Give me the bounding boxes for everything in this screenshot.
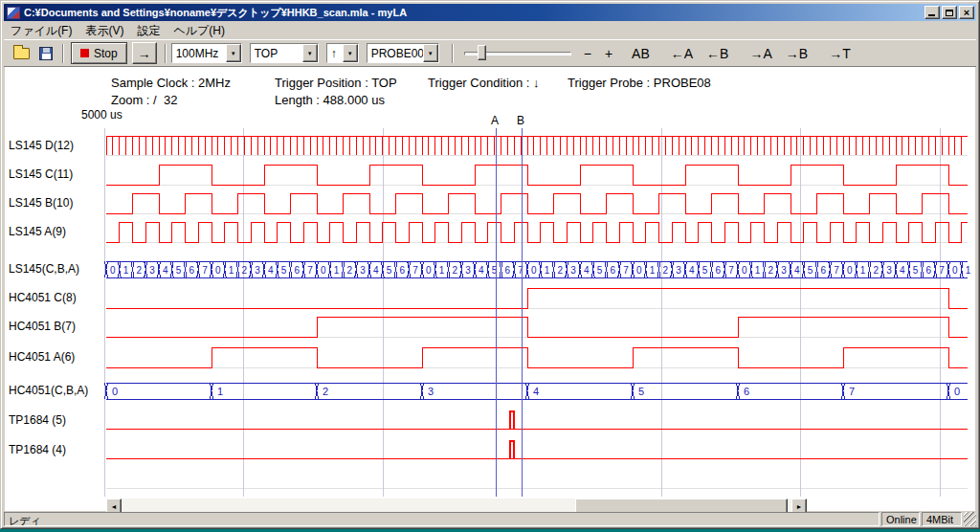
toolbar-separator — [452, 44, 454, 63]
resize-grip[interactable] — [964, 512, 976, 526]
status-bar: レディ Online 4MBit — [4, 512, 976, 526]
menu-bar: ファイル(F) 表示(V) 設定 ヘルプ(H) — [4, 22, 976, 39]
trigger-condition-text: Trigger Condition : ↓ — [428, 76, 540, 90]
channel-label-hc4051-b: HC4051 B(7) — [9, 320, 76, 333]
sample-clock-text: Sample Clock : 2MHz — [111, 76, 231, 90]
zoom-slider[interactable] — [464, 42, 571, 64]
open-folder-icon — [13, 48, 30, 59]
window-controls: × — [924, 6, 974, 19]
status-ready: レディ — [4, 512, 880, 526]
goto-cursor-a-left-button[interactable]: ←A — [666, 44, 698, 63]
channel-label-ls145-b: LS145 B(10) — [9, 196, 73, 210]
zoom-slider-thumb[interactable] — [478, 45, 486, 60]
channel-label-ls145-d: LS145 D(12) — [9, 139, 74, 152]
chevron-down-icon[interactable]: ▼ — [423, 44, 438, 62]
close-icon: × — [964, 8, 969, 17]
floppy-disk-icon — [39, 47, 53, 60]
trigger-edge-select[interactable]: ↑ ▼ — [326, 43, 359, 63]
channel-label-tp1684-4: TP1684 (4) — [9, 443, 66, 456]
stop-icon — [80, 49, 89, 57]
menu-help[interactable]: ヘルプ(H) — [167, 22, 232, 40]
goto-trigger-button[interactable]: →T — [824, 44, 856, 63]
save-button[interactable] — [33, 42, 57, 64]
run-arrow-icon: → — [138, 46, 151, 61]
run-button[interactable]: → — [132, 42, 157, 64]
maximize-icon — [946, 10, 953, 16]
menu-settings[interactable]: 設定 — [130, 22, 167, 40]
trigger-edge-select-value: ↑ — [327, 44, 343, 62]
toolbar-separator — [62, 44, 64, 63]
zoom-in-button[interactable]: + — [600, 44, 617, 63]
timebase-division-label: 5000 us — [81, 108, 122, 122]
cursor-b-label[interactable]: B — [517, 114, 524, 127]
sample-clock-select-value: 100MHz — [172, 44, 226, 62]
status-memory: 4MBit — [922, 512, 962, 526]
app-window: C:¥Documents and Settings¥noname¥デスクトップ¥… — [0, 0, 980, 529]
trigger-position-text: Trigger Position : TOP — [275, 76, 397, 90]
close-button[interactable]: × — [959, 6, 974, 19]
channel-label-ls145-c: LS145 C(11) — [9, 167, 73, 181]
sample-clock-select[interactable]: 100MHz ▼ — [171, 43, 242, 63]
channel-label-ls145-a: LS145 A(9) — [9, 225, 66, 238]
zoom-out-button[interactable]: − — [579, 44, 596, 63]
maximize-button[interactable] — [942, 6, 957, 19]
trigger-probe-select-value: PROBE00 — [368, 44, 423, 62]
channel-label-hc4051-c: HC4051 C(8) — [9, 291, 77, 304]
channel-label-hc4051-bus: HC4051(C,B,A) — [9, 384, 88, 397]
open-file-button[interactable] — [10, 42, 33, 64]
goto-cursor-a-right-button[interactable]: →A — [745, 44, 776, 63]
channel-label-hc4051-a: HC4051 A(6) — [9, 350, 75, 364]
minimize-button[interactable] — [924, 6, 940, 19]
minimize-icon — [928, 14, 935, 16]
trigger-position-select-value: TOP — [251, 44, 302, 62]
channel-label-ls145-bus: LS145(C,B,A) — [9, 262, 79, 276]
status-online: Online — [881, 512, 920, 526]
app-icon — [7, 7, 20, 19]
stop-button-label: Stop — [94, 47, 118, 60]
trigger-probe-select[interactable]: PROBE00 ▼ — [367, 43, 439, 63]
chevron-down-icon[interactable]: ▼ — [302, 44, 318, 62]
toolbar: Stop → 100MHz ▼ TOP ▼ ↑ ▼ PROBE00 ▼ − + … — [4, 39, 976, 67]
trigger-position-select[interactable]: TOP ▼ — [250, 43, 319, 63]
channel-label-tp1684-5: TP1684 (5) — [9, 413, 66, 427]
stop-button[interactable]: Stop — [71, 42, 127, 64]
menu-file[interactable]: ファイル(F) — [4, 22, 78, 40]
chevron-down-icon[interactable]: ▼ — [343, 44, 358, 62]
chevron-down-icon[interactable]: ▼ — [226, 44, 241, 62]
window-title: C:¥Documents and Settings¥noname¥デスクトップ¥… — [24, 6, 924, 20]
title-bar[interactable]: C:¥Documents and Settings¥noname¥デスクトップ¥… — [4, 4, 976, 21]
client-area — [5, 67, 975, 511]
goto-cursor-b-right-button[interactable]: →B — [781, 44, 813, 63]
cursor-a-label[interactable]: A — [491, 114, 499, 127]
length-text: Length : 488.000 us — [275, 93, 385, 107]
toolbar-separator — [165, 44, 167, 63]
goto-cursor-b-left-button[interactable]: ←B — [702, 44, 733, 63]
menu-view[interactable]: 表示(V) — [78, 22, 130, 40]
ab-cursors-button[interactable]: AB — [627, 44, 655, 63]
zoom-text: Zoom : / 32 — [111, 93, 177, 107]
trigger-probe-text: Trigger Probe : PROBE08 — [568, 76, 711, 90]
